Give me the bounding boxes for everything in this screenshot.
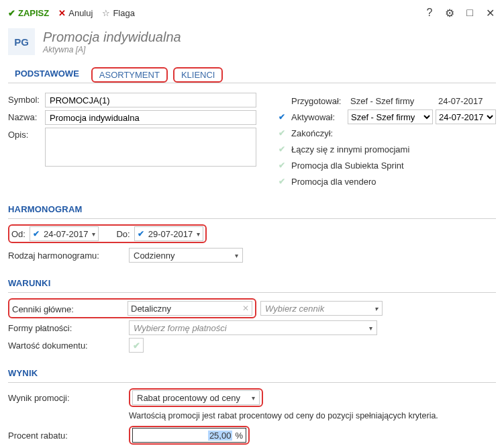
chevron-down-icon: ▾ <box>369 324 372 332</box>
entity-badge: PG <box>8 28 35 55</box>
wynik-type-label: Wynik promocji: <box>8 393 129 403</box>
save-button[interactable]: ✔ ZAPISZ <box>8 8 49 18</box>
chevron-down-icon: ▾ <box>195 230 201 238</box>
cenniki-value: Detaliczny <box>131 304 171 314</box>
do-date-value: 29-07-2017 <box>146 229 196 239</box>
cancel-button[interactable]: ✕ Anuluj <box>58 8 93 18</box>
wartosc-check[interactable]: ✔ <box>129 338 144 353</box>
star-icon: ☆ <box>102 8 110 18</box>
od-label: Od: <box>11 229 26 239</box>
od-check-icon: ✔ <box>32 229 41 238</box>
procent-unit: % <box>235 431 243 441</box>
chevron-down-icon: ▾ <box>91 230 97 238</box>
wynik-help-text: Wartością promocji jest rabat procentowy… <box>129 411 496 420</box>
do-check-icon: ✔ <box>136 229 146 238</box>
highlight-procent: 25,00 % <box>129 426 250 445</box>
vendero-label: Promocja dla vendero <box>291 177 496 187</box>
harmonogram-type-label: Rodzaj harmonogramu: <box>8 251 129 261</box>
subiekt-label: Promocja dla Subiekta Sprint <box>291 161 496 171</box>
wynik-type-select[interactable]: Rabat procentowy od ceny ▾ <box>132 390 260 405</box>
cenniki-tagbox[interactable]: Detaliczny ✕ <box>128 301 252 316</box>
section-wynik: WYNIK <box>8 368 496 378</box>
highlight-klienci: KLIENCI <box>173 67 223 83</box>
wartosc-label: Wartość dokumentu: <box>8 341 129 351</box>
prepared-date: 24-07-2017 <box>436 96 496 106</box>
gear-icon[interactable]: ⚙ <box>444 7 456 19</box>
cenniki-label: Cenniki główne: <box>12 302 128 314</box>
highlight-wynik-type: Rabat procentowy od ceny ▾ <box>129 388 263 407</box>
highlight-date-range: Od: ✔ 24-07-2017 ▾ Do: ✔ 29-07-2017 ▾ <box>8 224 207 243</box>
chevron-down-icon: ▾ <box>252 394 255 402</box>
procent-label: Procent rabatu: <box>8 431 129 441</box>
activated-check-icon[interactable]: ✔ <box>276 111 287 122</box>
symbol-input[interactable] <box>45 93 256 107</box>
combine-check-icon[interactable]: ✔ <box>276 144 287 154</box>
do-date-select[interactable]: ✔ 29-07-2017 ▾ <box>134 226 204 241</box>
section-warunki: WARUNKI <box>8 278 496 288</box>
wynik-type-value: Rabat procentowy od ceny <box>137 393 240 403</box>
formy-label: Formy płatności: <box>8 323 129 333</box>
highlight-cenniki: Cenniki główne: Detaliczny ✕ <box>8 298 256 318</box>
opis-label: Opis: <box>8 128 45 140</box>
formy-placeholder: Wybierz formę płatności <box>134 323 227 333</box>
activated-date-select[interactable]: 24-07-2017 <box>436 109 496 124</box>
symbol-label: Symbol: <box>8 93 45 105</box>
check-icon: ✔ <box>8 8 15 18</box>
flag-button[interactable]: ☆ Flaga <box>102 8 135 18</box>
od-date-select[interactable]: ✔ 24-07-2017 ▾ <box>30 226 99 241</box>
name-label: Nazwa: <box>8 110 45 122</box>
x-icon: ✕ <box>58 8 66 18</box>
procent-input[interactable]: 25,00 % <box>132 428 246 443</box>
name-input[interactable] <box>45 110 256 125</box>
cennik-placeholder: Wybierz cennik <box>265 304 324 314</box>
finished-label: Zakończył: <box>291 128 345 138</box>
tab-basic[interactable]: PODSTAWOWE <box>8 64 86 83</box>
activated-label: Aktywował: <box>291 112 345 122</box>
prepared-value: Szef - Szef firmy <box>348 96 433 106</box>
highlight-asortyment: ASORTYMENT <box>91 67 168 83</box>
do-label: Do: <box>116 229 130 239</box>
section-harmonogram: HARMONOGRAM <box>8 204 496 214</box>
formy-select[interactable]: Wybierz formę płatności ▾ <box>129 320 377 335</box>
page-subtitle: Aktywna [A] <box>43 45 181 54</box>
save-label: ZAPISZ <box>18 8 49 18</box>
prepared-label: Przygotował: <box>291 96 345 106</box>
subiekt-check-icon[interactable]: ✔ <box>276 160 287 171</box>
flag-label: Flaga <box>113 8 135 18</box>
procent-value: 25,00 <box>208 431 233 441</box>
harmonogram-type-value: Codzienny <box>134 251 174 261</box>
chevron-down-icon: ▾ <box>235 252 238 259</box>
vendero-check-icon[interactable]: ✔ <box>276 176 287 187</box>
combine-label: Łączy się z innymi promocjami <box>291 144 496 154</box>
tab-klienci[interactable]: KLIENCI <box>179 69 218 81</box>
remove-tag-icon[interactable]: ✕ <box>242 304 249 313</box>
tab-asortyment[interactable]: ASORTYMENT <box>97 69 162 81</box>
cancel-label: Anuluj <box>68 8 93 18</box>
opis-textarea[interactable] <box>45 128 256 167</box>
finished-check-icon[interactable]: ✔ <box>276 128 287 138</box>
od-date-value: 24-07-2017 <box>41 229 91 239</box>
page-title: Promocja indywidualna <box>43 30 181 45</box>
activated-user-select[interactable]: Szef - Szef firmy <box>348 109 433 124</box>
help-icon[interactable]: ? <box>423 7 436 19</box>
maximize-icon[interactable]: □ <box>464 7 476 19</box>
harmonogram-type-select[interactable]: Codzienny ▾ <box>129 248 243 263</box>
cennik-picker[interactable]: Wybierz cennik ▾ <box>260 301 383 316</box>
close-icon[interactable]: ✕ <box>484 7 496 19</box>
chevron-down-icon: ▾ <box>374 305 378 312</box>
